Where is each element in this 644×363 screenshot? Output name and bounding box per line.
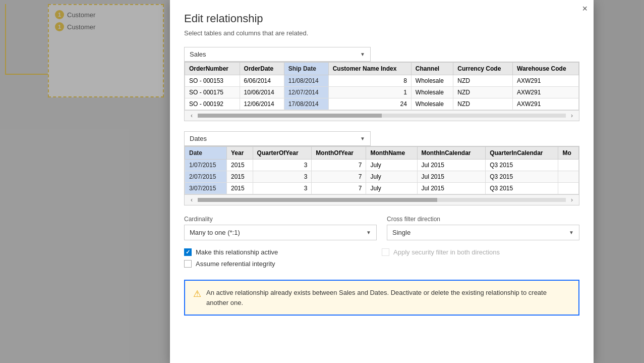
cell: SO - 000153	[185, 75, 240, 87]
integrity-checkbox-row: Assume referential integrity	[184, 260, 382, 268]
edit-relationship-modal: × Edit relationship Select tables and co…	[170, 0, 594, 363]
active-checkbox[interactable]	[184, 248, 192, 256]
cell: NZD	[453, 87, 513, 98]
table-row: 2/07/2015 2015 3 7 July Jul 2015 Q3 2015	[185, 171, 579, 183]
cardinality-crossfilter-row: Cardinality Many to one (*:1) ▼ Cross fi…	[184, 216, 579, 240]
cell: Wholesale	[411, 87, 453, 98]
cell: NZD	[453, 75, 513, 87]
checkboxes-section: Make this relationship active Assume ref…	[184, 248, 579, 272]
table1-section: Sales ▼ OrderNumber OrderDate Ship Date …	[184, 47, 579, 121]
table2-dropdown-value: Dates	[190, 135, 207, 142]
table2-section: Dates ▼ Date Year QuarterOfYear MonthOfY…	[184, 131, 579, 205]
security-checkbox-label: Apply security filter in both directions	[393, 248, 500, 256]
scroll-right-2-icon[interactable]: ›	[569, 196, 575, 203]
scroll-left-2-icon[interactable]: ‹	[189, 196, 195, 203]
cell: 8	[328, 75, 411, 87]
cell	[558, 171, 579, 183]
col-customername: Customer Name Index	[328, 63, 411, 75]
cell: 7	[312, 160, 366, 171]
cell: 6/06/2014	[240, 75, 284, 87]
col-ordernumber: OrderNumber	[185, 63, 240, 75]
crossfilter-value: Single	[392, 229, 411, 236]
scroll-right-icon[interactable]: ›	[569, 112, 575, 119]
table-row: SO - 000153 6/06/2014 11/08/2014 8 Whole…	[185, 75, 579, 87]
security-checkbox-row: Apply security filter in both directions	[382, 248, 579, 256]
scroll-track-2[interactable]	[198, 198, 566, 202]
table1-wrapper: OrderNumber OrderDate Ship Date Customer…	[184, 62, 579, 121]
cardinality-group: Cardinality Many to one (*:1) ▼	[184, 216, 377, 240]
table-row: 1/07/2015 2015 3 7 July Jul 2015 Q3 2015	[185, 160, 579, 171]
col-monthincalendar: MonthInCalendar	[417, 147, 486, 160]
cell: AXW291	[513, 98, 579, 110]
col-date: Date	[185, 147, 227, 160]
scroll-left-icon[interactable]: ‹	[189, 112, 195, 119]
cell: Wholesale	[411, 75, 453, 87]
cell: 2015	[227, 183, 253, 194]
cell: 7	[312, 171, 366, 183]
cell: 3	[253, 160, 312, 171]
cell: 3	[253, 183, 312, 194]
col-quarterincalendar: QuarterInCalendar	[486, 147, 558, 160]
table1-scrollbar[interactable]: ‹ ›	[185, 110, 579, 121]
cell: SO - 000175	[185, 87, 240, 98]
cell: 2015	[227, 171, 253, 183]
table-row: 3/07/2015 2015 3 7 July Jul 2015 Q3 2015	[185, 183, 579, 194]
col-quarterofyear: QuarterOfYear	[253, 147, 312, 160]
col-monthname: MonthName	[366, 147, 417, 160]
cardinality-label: Cardinality	[184, 216, 377, 223]
cardinality-dropdown[interactable]: Many to one (*:1) ▼	[184, 225, 377, 240]
scroll-thumb	[198, 114, 382, 118]
warning-text: An active relationship already exists be…	[206, 288, 570, 307]
warning-icon: ⚠	[193, 288, 201, 299]
table1-dropdown[interactable]: Sales ▼	[184, 47, 371, 62]
crossfilter-dropdown[interactable]: Single ▼	[387, 225, 579, 240]
close-button[interactable]: ×	[582, 4, 588, 13]
cell: 2/07/2015	[185, 171, 227, 183]
col-warehouse: Warehouse Code	[513, 63, 579, 75]
table2-wrapper: Date Year QuarterOfYear MonthOfYear Mont…	[184, 146, 579, 205]
crossfilter-label: Cross filter direction	[387, 216, 579, 223]
cell: 24	[328, 98, 411, 110]
table1-dropdown-arrow: ▼	[360, 51, 365, 57]
table2-scrollbar[interactable]: ‹ ›	[185, 194, 579, 205]
cell: Q3 2015	[486, 160, 558, 171]
security-checkbox[interactable]	[382, 248, 389, 256]
col-orderdate: OrderDate	[240, 63, 284, 75]
cell: SO - 000192	[185, 98, 240, 110]
table-row: SO - 000175 10/06/2014 12/07/2014 1 Whol…	[185, 87, 579, 98]
col-monthofyear: MonthOfYear	[312, 147, 366, 160]
col-mo: Mo	[558, 147, 579, 160]
cell: July	[366, 160, 417, 171]
cell: 2015	[227, 160, 253, 171]
col-channel: Channel	[411, 63, 453, 75]
cardinality-arrow-icon: ▼	[366, 230, 371, 235]
col-shipdate: Ship Date	[284, 63, 328, 75]
table1: OrderNumber OrderDate Ship Date Customer…	[185, 62, 579, 110]
integrity-checkbox[interactable]	[184, 260, 192, 268]
cell: Q3 2015	[486, 171, 558, 183]
cell	[558, 160, 579, 171]
scroll-track[interactable]	[198, 114, 566, 118]
cell: AXW291	[513, 87, 579, 98]
integrity-checkbox-label: Assume referential integrity	[196, 260, 275, 268]
modal-subtitle: Select tables and columns that are relat…	[184, 29, 579, 37]
cell: Jul 2015	[417, 160, 486, 171]
table1-dropdown-value: Sales	[190, 50, 206, 58]
warning-box: ⚠ An active relationship already exists …	[184, 280, 579, 316]
checkboxes-left: Make this relationship active Assume ref…	[184, 248, 382, 272]
cell: 11/08/2014	[284, 75, 328, 87]
table2-dropdown[interactable]: Dates ▼	[184, 131, 371, 146]
cell	[558, 183, 579, 194]
checkboxes-right: Apply security filter in both directions	[382, 248, 579, 272]
modal-title: Edit relationship	[184, 12, 579, 25]
table-row: SO - 000192 12/06/2014 17/08/2014 24 Who…	[185, 98, 579, 110]
cell: 1	[328, 87, 411, 98]
col-currency: Currency Code	[453, 63, 513, 75]
cell: Jul 2015	[417, 183, 486, 194]
cell: 1/07/2015	[185, 160, 227, 171]
cell: NZD	[453, 98, 513, 110]
cardinality-value: Many to one (*:1)	[190, 229, 240, 236]
cell: 7	[312, 183, 366, 194]
crossfilter-arrow-icon: ▼	[569, 230, 574, 235]
scroll-thumb-2	[198, 198, 437, 202]
